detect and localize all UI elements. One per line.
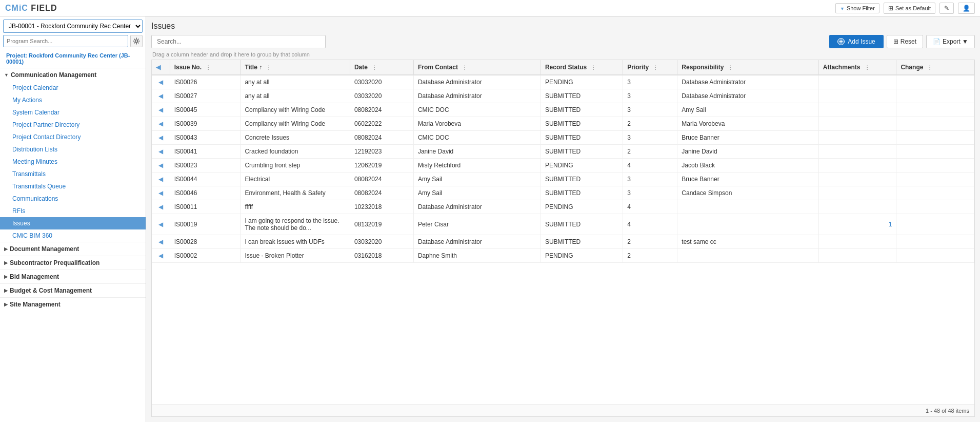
cell-date: 06022022: [350, 117, 413, 131]
sidebar-item-project-calendar[interactable]: Project Calendar: [0, 82, 146, 94]
content-area: Issues Add Issue ⊞ Reset 📄: [146, 16, 980, 422]
export-button[interactable]: 📄 Export ▼: [926, 35, 975, 48]
cell-date: 03032020: [350, 89, 413, 103]
search-input[interactable]: [151, 35, 326, 48]
section-label-communication: Communication Management: [11, 71, 96, 79]
col-header-attachments[interactable]: Attachments ⋮: [818, 60, 896, 75]
sidebar-section-budget-cost[interactable]: ▶ Budget & Cost Management: [0, 283, 146, 297]
cell-priority: 2: [623, 249, 677, 263]
row-expand-btn[interactable]: ◀: [152, 75, 170, 89]
project-link[interactable]: Project: Rockford Community Rec Center (…: [3, 50, 143, 68]
cell-date: 08082024: [350, 186, 413, 200]
col-header-issue-no[interactable]: Issue No. ⋮: [170, 60, 241, 75]
user-icon-button[interactable]: [958, 3, 975, 14]
col-menu-attachments[interactable]: ⋮: [865, 65, 870, 70]
add-issue-button[interactable]: Add Issue: [829, 35, 883, 48]
sidebar-item-my-actions[interactable]: My Actions: [0, 94, 146, 106]
sidebar-item-transmittals[interactable]: Transmittals: [0, 168, 146, 180]
grid-icon: [888, 5, 893, 12]
col-menu-title[interactable]: ⋮: [266, 65, 271, 70]
col-menu-record-status[interactable]: ⋮: [591, 65, 596, 70]
col-header-record-status[interactable]: Record Status ⋮: [541, 60, 623, 75]
cell-responsibility: Amy Sail: [677, 103, 819, 117]
row-expand-btn[interactable]: ◀: [152, 131, 170, 145]
col-menu-responsibility[interactable]: ⋮: [728, 65, 733, 70]
sidebar-section-document-management[interactable]: ▶ Document Management: [0, 242, 146, 256]
cell-attachments: [818, 235, 896, 249]
col-menu-priority[interactable]: ⋮: [653, 65, 658, 70]
col-menu-change[interactable]: ⋮: [927, 65, 932, 70]
set-as-default-button[interactable]: Set as Default: [884, 3, 935, 14]
cell-record-status: SUBMITTED: [541, 103, 623, 117]
col-header-change[interactable]: Change ⋮: [896, 60, 974, 75]
cell-responsibility: Database Administrator: [677, 75, 819, 89]
row-expand-btn[interactable]: ◀: [152, 159, 170, 172]
page-title: Issues: [151, 22, 975, 31]
col-menu-from-contact[interactable]: ⋮: [462, 65, 467, 70]
toolbar-right: Add Issue ⊞ Reset 📄 Export ▼: [829, 35, 975, 48]
cell-issue-no: IS00011: [170, 200, 241, 214]
cell-attachments: 1: [818, 214, 896, 235]
sidebar-item-issues[interactable]: Issues: [0, 217, 146, 229]
reset-button[interactable]: ⊞ Reset: [887, 35, 923, 48]
sidebar-gear-button[interactable]: [130, 35, 143, 47]
col-menu-issue-no[interactable]: ⋮: [206, 65, 211, 70]
col-menu-date[interactable]: ⋮: [372, 65, 377, 70]
sidebar-item-cmic-bim-360[interactable]: CMiC BIM 360: [0, 229, 146, 242]
row-expand-btn[interactable]: ◀: [152, 186, 170, 200]
cell-priority: 4: [623, 159, 677, 172]
row-expand-btn[interactable]: ◀: [152, 117, 170, 131]
row-expand-btn[interactable]: ◀: [152, 172, 170, 186]
cell-responsibility: Maria Vorobeva: [677, 117, 819, 131]
cell-priority: 3: [623, 172, 677, 186]
table-header-row: ◀ Issue No. ⋮ Title ↑ ⋮ Date ⋮: [152, 60, 974, 75]
row-expand-btn[interactable]: ◀: [152, 200, 170, 214]
section-arrow-down: ▼: [4, 72, 9, 78]
cell-title: Cracked foundation: [241, 145, 350, 159]
export-icon: 📄: [933, 38, 941, 45]
row-expand-btn[interactable]: ◀: [152, 214, 170, 235]
section-label-site: Site Management: [10, 301, 61, 308]
row-expand-btn[interactable]: ◀: [152, 145, 170, 159]
cell-from-contact: Database Administrator: [413, 200, 541, 214]
sidebar-item-rfis[interactable]: RFIs: [0, 205, 146, 217]
col-header-priority[interactable]: Priority ⋮: [623, 60, 677, 75]
col-header-responsibility[interactable]: Responsibility ⋮: [677, 60, 819, 75]
show-filter-button[interactable]: Show Filter: [835, 3, 879, 13]
sidebar-item-system-calendar[interactable]: System Calendar: [0, 106, 146, 119]
sidebar-section-bid-management[interactable]: ▶ Bid Management: [0, 270, 146, 283]
cell-attachments: [818, 249, 896, 263]
table-row: ◀ IS00039 Compliancy with Wiring Code 06…: [152, 117, 974, 131]
sidebar-item-distribution-lists[interactable]: Distribution Lists: [0, 143, 146, 156]
add-issue-label: Add Issue: [848, 38, 875, 45]
row-expand-btn[interactable]: ◀: [152, 235, 170, 249]
col-header-from-contact[interactable]: From Contact ⋮: [413, 60, 541, 75]
cell-responsibility: Jacob Black: [677, 159, 819, 172]
issues-table: ◀ Issue No. ⋮ Title ↑ ⋮ Date ⋮: [152, 60, 974, 263]
cell-attachments: [818, 75, 896, 89]
edit-icon-button[interactable]: [939, 3, 954, 14]
sidebar-item-meeting-minutes[interactable]: Meeting Minutes: [0, 156, 146, 168]
col-header-date[interactable]: Date ⋮: [350, 60, 413, 75]
sidebar-section-subcontractor[interactable]: ▶ Subcontractor Prequalification: [0, 256, 146, 270]
collapse-all-btn[interactable]: ◀: [156, 64, 161, 71]
cell-change: [896, 200, 974, 214]
row-expand-btn[interactable]: ◀: [152, 103, 170, 117]
user-icon: [963, 5, 970, 12]
sidebar-item-project-partner-directory[interactable]: Project Partner Directory: [0, 119, 146, 131]
sidebar-item-project-contact-directory[interactable]: Project Contact Directory: [0, 131, 146, 143]
program-search-input[interactable]: [3, 35, 128, 47]
sidebar-section-communication-management[interactable]: ▼ Communication Management: [0, 68, 146, 82]
table-scroll[interactable]: ◀ Issue No. ⋮ Title ↑ ⋮ Date ⋮: [152, 60, 974, 405]
cell-attachments: [818, 103, 896, 117]
row-expand-btn[interactable]: ◀: [152, 249, 170, 263]
toolbar: Add Issue ⊞ Reset 📄 Export ▼: [151, 35, 975, 48]
project-select[interactable]: JB-00001 - Rockford Community Rec Center: [3, 20, 143, 33]
sidebar-section-site-management[interactable]: ▶ Site Management: [0, 297, 146, 311]
sidebar-item-communications[interactable]: Communications: [0, 193, 146, 205]
sidebar-item-transmittals-queue[interactable]: Transmittals Queue: [0, 180, 146, 193]
row-expand-btn[interactable]: ◀: [152, 89, 170, 103]
cell-attachments: [818, 186, 896, 200]
col-header-title[interactable]: Title ↑ ⋮: [241, 60, 350, 75]
cell-issue-no: IS00043: [170, 131, 241, 145]
